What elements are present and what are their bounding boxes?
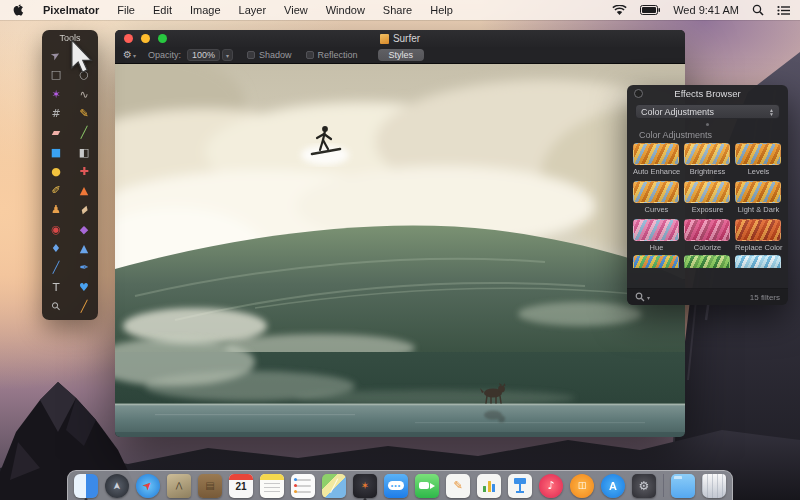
type-tool[interactable]: T [42,277,70,296]
dock-launchpad[interactable]: ➤ [105,473,129,499]
clone-stamp-tool[interactable]: ♟ [42,200,70,219]
dock-keynote[interactable] [508,473,532,499]
red-eye-tool[interactable]: ◉ [42,220,70,239]
menu-pixelmator[interactable]: Pixelmator [34,0,108,20]
dock-sysprefs[interactable]: ⚙ [632,473,656,499]
sponge-tool[interactable]: ◆ [70,220,98,239]
filter-colorize[interactable]: Colorize [684,219,731,252]
effects-browser-title: Effects Browser [627,88,788,99]
menu-help[interactable]: Help [421,0,462,20]
dock-downloads[interactable] [671,473,695,499]
dock-maps[interactable]: ╱ [322,473,346,499]
blur-tool[interactable]: ♦ [42,239,70,258]
filter-brightness[interactable]: Brightness [684,143,731,176]
menu-view[interactable]: View [275,0,317,20]
menu-bar: PixelmatorFileEditImageLayerViewWindowSh… [0,0,800,20]
filter-curves[interactable]: Curves [633,181,680,214]
menu-clock[interactable]: Wed 9:41 AM [673,4,739,16]
smudge-tool[interactable]: ╱ [42,258,70,277]
magic-wand-tool[interactable]: ✶ [42,85,70,104]
eyedropper-tool[interactable]: ╱ [70,297,98,316]
filter-light-dark[interactable]: Light & Dark [735,181,782,214]
menu-share[interactable]: Share [374,0,421,20]
window-titlebar[interactable]: Surfer [115,30,685,47]
effects-section-title: Color Adjustments [627,128,788,143]
dock-messages[interactable]: ••• [384,473,408,499]
filter-auto-enhance[interactable]: Auto Enhance [633,143,680,176]
gear-menu-button[interactable]: ⚙▾ [123,50,136,60]
messages-icon: ••• [384,474,408,498]
gradient-tool[interactable]: ◧ [70,142,98,161]
dock-notes[interactable] [260,473,284,499]
effects-footer: ▾ 15 filters [627,288,788,305]
menu-edit[interactable]: Edit [144,0,181,20]
effects-browser-panel: Effects Browser Color Adjustments ▲▼ Col… [627,85,788,305]
spotlight-icon[interactable] [752,4,764,16]
dock-ibooks[interactable]: ◫ [570,473,594,499]
repair-tool[interactable]: ✚ [70,162,98,181]
blur-tool-icon: ♦ [51,243,61,254]
eraser-tool[interactable]: ▰ [42,123,70,142]
notes-icon [260,474,284,498]
dock-facetime[interactable] [415,473,439,499]
dock-pages[interactable]: ✎ [446,473,470,499]
panel-close-button[interactable] [634,89,643,98]
panel-drag-dot [706,123,709,126]
crop-tool[interactable]: # [42,104,70,123]
filter-search-icon[interactable] [635,292,645,302]
close-button[interactable] [124,34,133,43]
dock-finder[interactable] [74,473,98,499]
filter-label: Auto Enhance [633,167,680,176]
reflection-checkbox[interactable] [306,51,314,59]
filter-hue[interactable]: Hue [633,219,680,252]
dock-calendar[interactable]: 21 [229,473,253,499]
notification-center-icon[interactable] [777,5,790,16]
line-tool[interactable]: ╱ [70,123,98,142]
shape-tool[interactable]: ■ [42,142,70,161]
styles-button[interactable]: Styles [378,49,425,61]
category-dropdown[interactable]: Color Adjustments ▲▼ [635,104,780,119]
filter-thumb-partial-3[interactable] [735,255,781,268]
lasso-tool[interactable]: ∿ [70,85,98,104]
dock-safari[interactable]: ➤ [136,473,160,499]
menu-layer[interactable]: Layer [230,0,276,20]
menu-image[interactable]: Image [181,0,230,20]
filter-exposure[interactable]: Exposure [684,181,731,214]
sharpen-tool[interactable]: ▲ [70,239,98,258]
heal-tool[interactable]: ▰ [70,200,98,219]
pen-tool[interactable]: ✒ [70,258,98,277]
brush-tool[interactable]: ✐ [42,181,70,200]
burn-tool-icon: ▲ [80,185,88,196]
heart-shape-tool[interactable]: ♥ [70,277,98,296]
menu-window[interactable]: Window [317,0,374,20]
pencil-tool[interactable]: ✎ [70,104,98,123]
opacity-dropdown-button[interactable]: ▾ [222,49,233,61]
filter-count: 15 filters [750,293,780,302]
wifi-icon[interactable] [612,5,627,16]
filter-thumb-partial-1[interactable] [633,255,679,268]
dock-itunes[interactable]: ♪ [539,473,563,499]
zoom-tool[interactable]: ⚲ [42,297,70,316]
dock-contacts[interactable]: ▤ [198,473,222,499]
filter-thumb-partial-2[interactable] [684,255,730,268]
zoom-button[interactable] [158,34,167,43]
dock-pixelmator[interactable]: ✶ [353,473,377,499]
rect-select-tool[interactable]: □ [42,65,70,84]
dock-numbers[interactable] [477,473,501,499]
menu-file[interactable]: File [108,0,144,20]
dock-trash[interactable] [702,473,726,499]
dock-appstore[interactable]: A [601,473,625,499]
apple-menu[interactable] [0,4,34,17]
paint-bucket-tool[interactable]: ● [42,162,70,181]
shadow-checkbox[interactable] [247,51,255,59]
dock-photos[interactable]: ⋀ [167,473,191,499]
filter-levels[interactable]: Levels [735,143,782,176]
document-canvas[interactable] [115,64,685,437]
minimize-button[interactable] [141,34,150,43]
battery-icon[interactable] [640,5,660,15]
filter-replace-color[interactable]: Replace Color [735,219,782,252]
move-tool[interactable]: ➤ [42,46,70,65]
burn-tool[interactable]: ▲ [70,181,98,200]
opacity-value[interactable]: 100% [187,49,220,61]
dock-reminders[interactable] [291,473,315,499]
